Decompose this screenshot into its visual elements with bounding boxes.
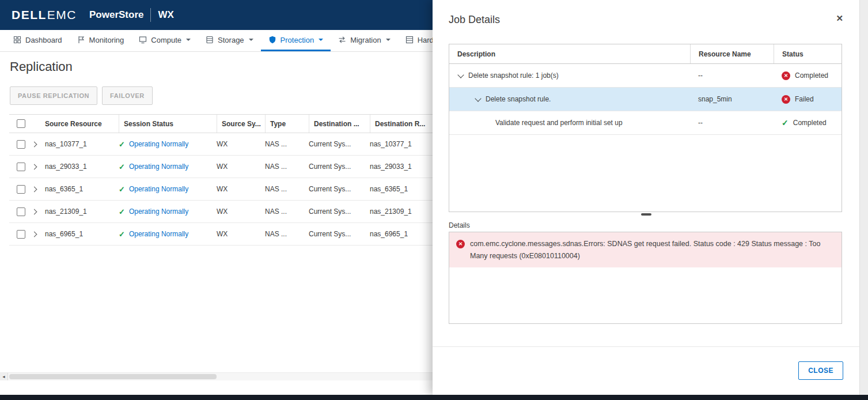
close-icon[interactable]: ✕ <box>836 13 843 24</box>
error-status-icon: ✕ <box>782 95 790 104</box>
horizontal-scrollbar-thumb[interactable] <box>9 374 217 379</box>
dell-logo-text: DELL <box>12 8 47 22</box>
row-checkbox[interactable] <box>17 140 25 149</box>
monitoring-flag-icon <box>77 36 85 44</box>
success-check-icon: ✓ <box>119 230 125 239</box>
expand-chevron-icon[interactable] <box>32 231 37 237</box>
session-type: NAS ... <box>265 201 309 222</box>
panel-resize-handle[interactable] <box>641 213 651 216</box>
drawer-footer-divider <box>433 346 859 347</box>
destination-system: Current Sys... <box>309 156 370 178</box>
source-system: WX <box>217 201 265 222</box>
error-message: com.emc.cyclone.messages.sdnas.Errors: S… <box>470 238 832 262</box>
column-header[interactable]: Description <box>449 44 690 63</box>
nav-item-compute[interactable]: Compute <box>131 30 198 51</box>
success-check-icon: ✓ <box>782 118 789 127</box>
destination-system: Current Sys... <box>309 178 370 200</box>
compute-icon <box>139 36 147 44</box>
collapse-chevron-icon[interactable] <box>457 71 464 78</box>
success-check-icon: ✓ <box>119 207 125 216</box>
job-resource-name: -- <box>690 71 774 80</box>
nav-item-label: Migration <box>350 36 381 44</box>
column-header[interactable]: Status <box>774 44 842 63</box>
session-status-link[interactable]: Operating Normally <box>129 163 188 171</box>
table-header-row: Source Resource Session Status Source Sy… <box>9 114 470 133</box>
replication-actions: PAUSE REPLICATION FAILOVER <box>10 86 153 105</box>
table-row[interactable]: nas_21309_1 ✓Operating Normally WX NAS .… <box>9 201 470 223</box>
emc-logo-text: EMC <box>47 8 77 22</box>
job-table-header: Description Resource Name Status <box>449 44 842 64</box>
system-name: WX <box>158 9 173 21</box>
nav-item-label: Dashboard <box>25 36 62 44</box>
success-check-icon: ✓ <box>119 185 125 194</box>
bottom-status-strip <box>0 395 868 400</box>
column-header[interactable]: Destination ... <box>309 115 370 133</box>
vertical-scrollbar[interactable] <box>859 0 868 400</box>
error-banner: ✕ com.emc.cyclone.messages.sdnas.Errors:… <box>449 232 842 267</box>
source-resource[interactable]: nas_6965_1 <box>45 223 119 245</box>
source-resource[interactable]: nas_6365_1 <box>45 178 119 200</box>
close-button[interactable]: CLOSE <box>798 361 843 380</box>
scroll-left-arrow-icon[interactable]: ◄ <box>0 373 8 380</box>
job-description: Validate request and perform initial set… <box>495 119 623 127</box>
source-resource[interactable]: nas_21309_1 <box>45 201 119 222</box>
column-header[interactable]: Resource Name <box>690 44 774 63</box>
expand-chevron-icon[interactable] <box>32 141 37 147</box>
session-status-link[interactable]: Operating Normally <box>129 230 188 238</box>
pause-replication-button[interactable]: PAUSE REPLICATION <box>10 86 97 105</box>
dashboard-icon <box>13 36 21 44</box>
session-status-link[interactable]: Operating Normally <box>129 140 188 148</box>
job-status: Completed <box>793 119 827 127</box>
column-header[interactable]: Type <box>265 115 309 133</box>
job-error-details-box: ✕ com.emc.cyclone.messages.sdnas.Errors:… <box>449 232 842 324</box>
session-type: NAS ... <box>265 223 309 245</box>
page-title: Replication <box>10 59 73 74</box>
nav-item-monitoring[interactable]: Monitoring <box>70 30 132 51</box>
drawer-title: Job Details <box>449 14 500 26</box>
source-system: WX <box>217 156 265 178</box>
nav-item-label: Monitoring <box>89 36 124 44</box>
expand-chevron-icon[interactable] <box>32 164 37 169</box>
details-label: Details <box>449 221 470 229</box>
success-check-icon: ✓ <box>119 163 125 171</box>
replication-table: Source Resource Session Status Source Sy… <box>9 114 470 246</box>
failover-button[interactable]: FAILOVER <box>102 86 153 105</box>
table-row[interactable]: nas_6365_1 ✓Operating Normally WX NAS ..… <box>9 178 470 201</box>
row-checkbox[interactable] <box>17 163 25 171</box>
nav-item-protection[interactable]: Protection <box>261 30 331 51</box>
session-status-link[interactable]: Operating Normally <box>129 207 188 216</box>
collapse-chevron-icon[interactable] <box>475 95 481 101</box>
protection-shield-icon <box>268 36 276 44</box>
table-row[interactable]: nas_29033_1 ✓Operating Normally WX NAS .… <box>9 156 470 178</box>
chevron-down-icon <box>249 39 253 41</box>
source-system: WX <box>217 133 265 155</box>
hardware-icon <box>405 36 414 44</box>
table-row[interactable]: nas_6965_1 ✓Operating Normally WX NAS ..… <box>9 223 470 246</box>
session-type: NAS ... <box>265 178 309 200</box>
nav-item-dashboard[interactable]: Dashboard <box>6 30 70 51</box>
horizontal-scrollbar[interactable]: ◄ <box>0 372 433 380</box>
expand-chevron-icon[interactable] <box>32 209 37 214</box>
chevron-down-icon <box>386 39 391 41</box>
column-header[interactable]: Session Status <box>119 115 217 133</box>
table-row[interactable]: nas_10377_1 ✓Operating Normally WX NAS .… <box>9 133 470 156</box>
column-header[interactable]: Source Resource <box>45 115 119 133</box>
row-checkbox[interactable] <box>17 230 25 239</box>
job-row[interactable]: Delete snapshot rule: 1 job(s) -- ✕ Comp… <box>449 64 842 88</box>
source-resource[interactable]: nas_10377_1 <box>45 133 119 155</box>
nav-item-migration[interactable]: Migration <box>331 30 397 51</box>
session-status-link[interactable]: Operating Normally <box>129 185 188 193</box>
source-resource[interactable]: nas_29033_1 <box>45 156 119 178</box>
job-row-selected[interactable]: Delete snapshot rule. snap_5min ✕ Failed <box>449 88 842 111</box>
expand-chevron-icon[interactable] <box>32 186 37 192</box>
select-all-checkbox[interactable] <box>17 119 25 128</box>
source-system: WX <box>217 223 265 245</box>
job-resource-name: snap_5min <box>690 95 774 103</box>
row-checkbox[interactable] <box>17 207 25 216</box>
job-details-drawer: Job Details ✕ Description Resource Name … <box>433 0 859 395</box>
nav-item-storage[interactable]: Storage <box>198 30 261 51</box>
column-header[interactable]: Source Sy... <box>217 115 265 133</box>
header-divider <box>150 8 151 22</box>
job-row[interactable]: Validate request and perform initial set… <box>449 111 842 135</box>
row-checkbox[interactable] <box>17 185 25 194</box>
